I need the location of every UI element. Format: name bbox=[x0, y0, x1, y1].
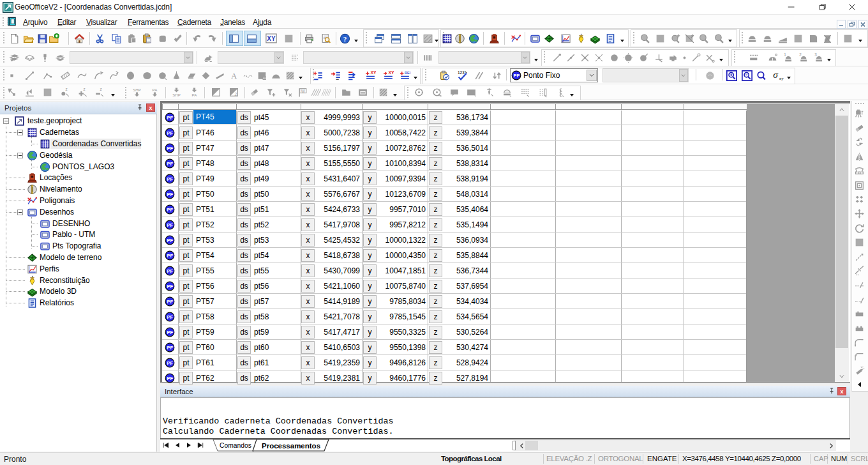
svg-text:2: 2 bbox=[235, 92, 237, 96]
svg-text:z: z bbox=[66, 87, 68, 91]
svg-text:PF: PF bbox=[167, 176, 173, 182]
svg-text:SHP: SHP bbox=[133, 88, 141, 92]
svg-text:σ: σ bbox=[773, 69, 779, 80]
svg-text:PF: PF bbox=[513, 73, 520, 79]
svg-text:PF: PF bbox=[167, 330, 173, 335]
svg-text:PA: PA bbox=[153, 88, 158, 92]
svg-text:2: 2 bbox=[799, 52, 802, 57]
svg-text:PF: PF bbox=[167, 146, 173, 151]
svg-text:PF: PF bbox=[167, 238, 173, 243]
svg-text:123: 123 bbox=[458, 70, 465, 75]
svg-text:1: 1 bbox=[784, 52, 786, 57]
svg-text:PF: PF bbox=[167, 207, 173, 213]
svg-text:PF: PF bbox=[167, 268, 173, 274]
svg-text:PA: PA bbox=[192, 93, 198, 97]
svg-text:A: A bbox=[231, 72, 237, 80]
svg-text:W: W bbox=[301, 89, 305, 93]
svg-text:Comandos: Comandos bbox=[220, 442, 251, 449]
svg-text:PF: PF bbox=[167, 314, 173, 320]
svg-text:PF: PF bbox=[167, 299, 173, 305]
svg-text:xy: xy bbox=[779, 76, 784, 81]
svg-text:PF: PF bbox=[167, 115, 173, 121]
svg-text:PF: PF bbox=[167, 192, 173, 197]
svg-text:XY: XY bbox=[267, 35, 276, 42]
svg-text:XY: XY bbox=[389, 70, 394, 75]
svg-text:PF: PF bbox=[167, 376, 173, 381]
svg-text:PF: PF bbox=[167, 284, 173, 289]
svg-text:PF: PF bbox=[167, 345, 173, 351]
svg-text:XY: XY bbox=[371, 70, 377, 75]
svg-text:z: z bbox=[84, 87, 86, 91]
svg-text:SHP: SHP bbox=[172, 93, 181, 97]
svg-text:PF: PF bbox=[167, 253, 173, 259]
svg-text:PF: PF bbox=[167, 130, 173, 136]
svg-text:3: 3 bbox=[814, 52, 817, 57]
svg-text:Processamentos: Processamentos bbox=[262, 442, 320, 450]
svg-text:PF: PF bbox=[167, 161, 173, 167]
svg-text:PF: PF bbox=[167, 222, 173, 228]
svg-text:PF: PF bbox=[167, 360, 173, 366]
svg-text:z: z bbox=[100, 87, 102, 91]
svg-text:REF: REF bbox=[405, 71, 410, 75]
svg-text:?: ? bbox=[343, 35, 347, 43]
